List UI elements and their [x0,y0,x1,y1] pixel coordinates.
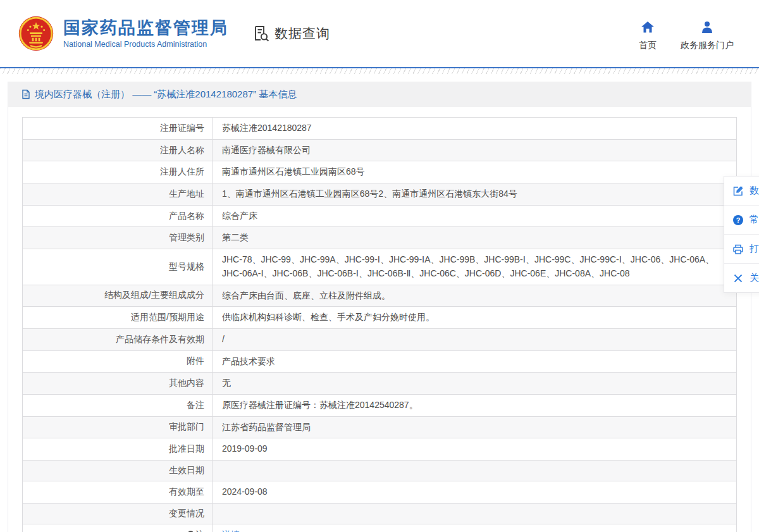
table-row: 审批部门江苏省药品监督管理局 [23,416,737,438]
row-value: 1、南通市通州区石港镇工业园南区68号2、南通市通州区石港镇东大街84号 [213,183,737,206]
tool-label: 常见问题 [750,214,759,226]
row-value: / [213,328,737,350]
row-label: 审批部门 [23,416,213,438]
table-row: 适用范围/预期用途供临床机构妇科诊断、检查、手术及产妇分娩时使用。 [23,307,737,329]
row-value: 江苏省药品监督管理局 [213,416,737,438]
tools-panel: 数据纠错 ? 常见问题 打印 关闭 [724,176,759,293]
table-row: 变更情况 [23,503,737,524]
row-value: JHC-78、JHC-99、JHC-99A、JHC-99-Ⅰ、JHC-99-ⅠA… [213,249,737,285]
row-label: 批准日期 [23,438,213,461]
row-value: 综合产床由台面、底座、立柱及附件组成。 [213,285,737,307]
panel-body: 注册证编号苏械注准20142180287注册人名称南通医疗器械有限公司注册人住所… [8,107,751,532]
table-row: 注详情 [23,524,737,532]
row-label: 产品储存条件及有效期 [23,328,213,350]
row-value: 南通医疗器械有限公司 [213,139,737,161]
data-query-section[interactable]: 数据查询 [252,25,330,42]
row-value: 2024-09-08 [213,481,737,504]
row-value: 南通市通州区石港镇工业园南区68号 [213,161,737,183]
table-row: 结构及组成/主要组成成分综合产床由台面、底座、立柱及附件组成。 [23,285,737,307]
row-value: 供临床机构妇科诊断、检查、手术及产妇分娩时使用。 [213,307,737,329]
row-label: 有效期至 [23,481,213,504]
tool-label: 数据纠错 [750,185,759,197]
nmpa-logo[interactable]: 国家药品监督管理局 National Medical Products Admi… [18,15,228,52]
row-label: 产品名称 [23,205,213,227]
table-row: 注册证编号苏械注准20142180287 [23,118,737,140]
row-value: 详情 [213,524,737,532]
user-icon [700,20,714,34]
nav-item-home[interactable]: 首页 [639,20,657,51]
nav-item-portal[interactable]: 政务服务门户 [681,20,734,51]
site-subtitle: National Medical Products Administration [63,40,228,49]
row-label: 其他内容 [23,373,213,395]
row-value: 第二类 [213,227,737,249]
home-icon [641,20,655,34]
row-label: 注册证编号 [23,118,213,140]
table-row: 批准日期2019-09-09 [23,438,737,461]
row-value [213,503,737,524]
registration-table: 注册证编号苏械注准20142180287注册人名称南通医疗器械有限公司注册人住所… [22,117,737,532]
content-panel: 境内医疗器械（注册） —— “苏械注准20142180287” 基本信息 注册证… [8,82,751,532]
page-title: 境内医疗器械（注册） —— “苏械注准20142180287” 基本信息 [35,89,297,101]
registration-table-body: 注册证编号苏械注准20142180287注册人名称南通医疗器械有限公司注册人住所… [23,118,737,532]
row-label: 附件 [23,350,213,373]
tool-data-correction[interactable]: 数据纠错 [724,176,759,206]
table-row: 其他内容无 [23,373,737,395]
row-label: 结构及组成/主要组成成分 [23,285,213,307]
table-row: 生产地址1、南通市通州区石港镇工业园南区68号2、南通市通州区石港镇东大街84号 [23,183,737,206]
row-label: 注册人住所 [23,161,213,183]
table-row: 注册人名称南通医疗器械有限公司 [23,139,737,161]
header-hatch-strip [0,68,759,74]
row-label: 变更情况 [23,503,213,524]
close-icon [732,273,744,284]
data-query-label: 数据查询 [275,25,330,42]
tool-close[interactable]: 关闭 [724,264,759,292]
national-emblem-icon [18,15,54,52]
table-row: 产品名称综合产床 [23,205,737,227]
row-value [213,461,737,481]
table-row: 备注原医疗器械注册证编号：苏械注准20142540287。 [23,394,737,416]
logo-titles: 国家药品监督管理局 National Medical Products Admi… [63,18,228,49]
table-row: 管理类别第二类 [23,227,737,249]
header-nav: 首页 政务服务门户 [639,20,734,51]
table-row: 注册人住所南通市通州区石港镇工业园南区68号 [23,161,737,183]
detail-link[interactable]: 详情 [222,529,240,532]
svg-text:?: ? [736,216,741,224]
tool-label: 关闭 [750,272,759,284]
row-label: 适用范围/预期用途 [23,307,213,329]
table-row: 型号规格JHC-78、JHC-99、JHC-99A、JHC-99-Ⅰ、JHC-9… [23,249,737,285]
edit-icon [732,185,744,197]
site-header: 国家药品监督管理局 National Medical Products Admi… [0,0,759,67]
table-row: 生效日期 [23,461,737,481]
row-label: 生产地址 [23,183,213,206]
tool-print[interactable]: 打印 [724,235,759,264]
print-icon [732,244,744,255]
row-label: 注 [23,524,213,532]
row-value: 产品技术要求 [213,350,737,373]
row-label: 生效日期 [23,461,213,481]
row-value: 无 [213,373,737,395]
tool-label: 打印 [750,243,759,255]
table-row: 产品储存条件及有效期/ [23,328,737,350]
row-label: 备注 [23,394,213,416]
row-label: 型号规格 [23,249,213,285]
panel-titlebar: 境内医疗器械（注册） —— “苏械注准20142180287” 基本信息 [8,82,751,107]
nav-label: 首页 [639,40,657,51]
site-title: 国家药品监督管理局 [63,18,228,38]
doc-search-icon [252,25,270,42]
table-row: 有效期至2024-09-08 [23,481,737,504]
row-value: 综合产床 [213,205,737,227]
table-row: 附件产品技术要求 [23,350,737,373]
row-label: 注册人名称 [23,139,213,161]
row-value: 苏械注准20142180287 [213,118,737,140]
tool-faq[interactable]: ? 常见问题 [724,206,759,235]
nav-label: 政务服务门户 [681,40,734,51]
row-value: 2019-09-09 [213,438,737,461]
document-icon [21,89,31,99]
row-value: 原医疗器械注册证编号：苏械注准20142540287。 [213,394,737,416]
question-icon: ? [732,214,744,226]
row-label: 管理类别 [23,227,213,249]
